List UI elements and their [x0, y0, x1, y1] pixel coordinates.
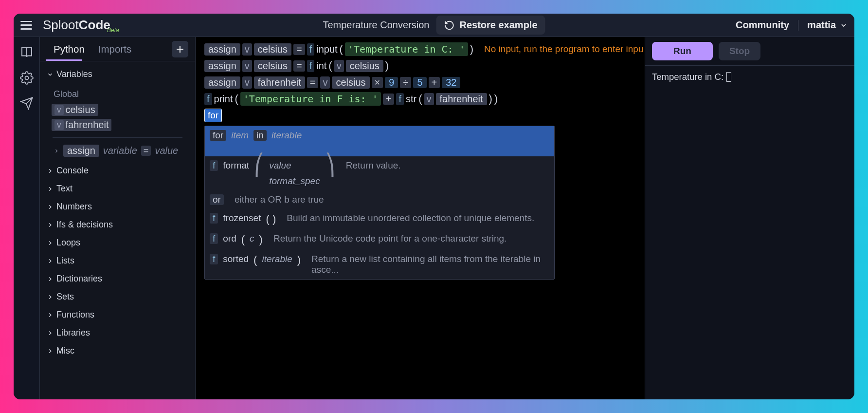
gear-icon[interactable] — [20, 71, 34, 85]
section-label: Numbers — [56, 202, 92, 212]
brand-beta: Beta — [107, 27, 119, 34]
restore-example-button[interactable]: Restore example — [436, 16, 545, 35]
sidebar-body: Variables Global vcelsius vfahrenheit as… — [40, 61, 195, 399]
header-divider — [798, 20, 798, 31]
section-libraries[interactable]: Libraries — [44, 324, 191, 342]
sidebar: Python Imports + Variables Global vcelsi… — [40, 37, 196, 399]
variable-chip[interactable]: vfahrenheit — [52, 119, 111, 131]
section-misc[interactable]: Misc — [44, 342, 191, 360]
add-button[interactable]: + — [172, 41, 188, 57]
chevron-right-icon — [47, 258, 54, 264]
chevron-right-icon — [47, 276, 54, 282]
divider — [53, 137, 182, 138]
input-hint: No input, run the program to enter inpu — [484, 44, 643, 55]
assign-var-placeholder: variable — [103, 145, 137, 156]
assign-eq: = — [141, 146, 151, 156]
header-center: Temperature Conversion Restore example — [323, 16, 545, 35]
section-label: Console — [56, 166, 89, 176]
assign-val-placeholder: value — [155, 145, 178, 156]
section-label: Lists — [56, 256, 74, 266]
variable-chip[interactable]: vcelsius — [52, 104, 98, 116]
restore-label: Restore example — [459, 19, 537, 31]
header-right: Community mattia — [736, 19, 848, 31]
section-sets[interactable]: Sets — [44, 288, 191, 306]
typing-input[interactable]: for — [204, 109, 222, 122]
variable-tag: v — [54, 105, 64, 115]
chevron-right-icon — [47, 348, 54, 355]
section-label: Loops — [56, 238, 80, 248]
section-label: Sets — [56, 292, 74, 302]
project-title: Temperature Conversion — [323, 19, 429, 31]
suggestion-ord[interactable]: f ord( c) Return the Unicode code point … — [205, 229, 554, 250]
section-label: Functions — [56, 310, 94, 320]
section-console[interactable]: Console — [44, 162, 191, 180]
section-variables[interactable]: Variables — [44, 65, 191, 83]
section-loops[interactable]: Loops — [44, 234, 191, 252]
section-label: Variables — [56, 69, 92, 79]
chevron-right-icon — [47, 294, 54, 300]
section-label: Libraries — [56, 328, 90, 338]
app-window: SplootCode Beta Temperature Conversion R… — [14, 14, 854, 399]
section-label: Text — [56, 184, 72, 194]
svg-point-0 — [25, 76, 28, 80]
restore-icon — [444, 20, 454, 31]
section-numbers[interactable]: Numbers — [44, 198, 191, 216]
book-open-icon[interactable] — [19, 45, 34, 59]
assign-template[interactable]: assign variable = value — [52, 143, 183, 159]
chevron-down-icon — [47, 71, 54, 78]
suggestion-sorted[interactable]: f sorted( iterable) Return a new list co… — [205, 250, 554, 279]
suggestion-for[interactable]: for item in iterable — [205, 126, 554, 156]
variable-tag: v — [54, 120, 64, 130]
send-icon[interactable] — [20, 96, 34, 110]
global-scope-label: Global — [52, 86, 183, 102]
chevron-right-icon — [47, 330, 54, 337]
community-link[interactable]: Community — [736, 19, 789, 31]
chevron-right-icon — [47, 240, 54, 246]
chevron-down-icon — [840, 21, 848, 29]
console-panel: Run Stop Temperature in C: — [645, 37, 854, 399]
brand-bold: Code — [79, 18, 110, 32]
sidebar-tabs: Python Imports + — [40, 37, 195, 61]
app-header: SplootCode Beta Temperature Conversion R… — [14, 14, 854, 37]
autocomplete-popup: for item in iterable f format ⎛ value fo… — [204, 126, 555, 280]
tab-python[interactable]: Python — [47, 37, 91, 61]
section-functions[interactable]: Functions — [44, 306, 191, 324]
suggestion-format[interactable]: f format ⎛ value format_spec ⎞ Return va… — [205, 156, 554, 190]
code-line[interactable]: assign vcelsius = fint( vcelsius ) — [204, 57, 640, 74]
code-line[interactable]: assign vcelsius = finput( 'Temperature i… — [204, 41, 640, 57]
console-controls: Run Stop — [645, 37, 854, 65]
section-lists[interactable]: Lists — [44, 252, 191, 270]
app-body: Python Imports + Variables Global vcelsi… — [14, 37, 854, 399]
section-label: Dictionaries — [56, 274, 102, 284]
chevron-right-icon — [47, 222, 54, 228]
assign-keyword: assign — [63, 145, 99, 157]
tab-imports[interactable]: Imports — [91, 37, 138, 61]
section-text[interactable]: Text — [44, 180, 191, 198]
user-name: mattia — [807, 19, 836, 31]
suggestion-frozenset[interactable]: f frozenset( ) Build an immutable unorde… — [205, 209, 554, 229]
tab-underline — [46, 59, 82, 61]
stop-button[interactable]: Stop — [719, 42, 760, 60]
brand-logo[interactable]: SplootCode Beta — [43, 18, 110, 33]
section-ifs-decisions[interactable]: Ifs & decisions — [44, 216, 191, 234]
chevron-right-icon — [47, 204, 54, 210]
variables-list: Global vcelsius vfahrenheit assign varia… — [44, 83, 191, 162]
suggestion-or[interactable]: or either a OR b are true — [205, 190, 554, 209]
user-menu[interactable]: mattia — [807, 19, 848, 31]
code-line-editing[interactable]: for — [204, 107, 640, 124]
run-button[interactable]: Run — [652, 42, 713, 60]
section-dictionaries[interactable]: Dictionaries — [44, 270, 191, 288]
code-editor[interactable]: assign vcelsius = finput( 'Temperature i… — [196, 37, 645, 399]
console-output[interactable]: Temperature in C: — [645, 65, 854, 88]
editor-content: assign vcelsius = finput( 'Temperature i… — [204, 41, 640, 280]
icon-rail — [14, 37, 40, 399]
code-line[interactable]: assign vfahrenheit = vcelsius × 9 ÷ 5 + … — [204, 74, 640, 91]
brand-pre: Sploot — [43, 18, 79, 32]
chevron-right-icon — [54, 148, 59, 154]
chevron-right-icon — [47, 312, 54, 319]
section-label: Misc — [56, 346, 74, 356]
console-cursor — [726, 72, 731, 82]
hamburger-icon[interactable] — [20, 21, 32, 30]
code-line[interactable]: fprint( 'Temperature in F is: ' + fstr( … — [204, 91, 640, 107]
chevron-right-icon — [47, 186, 54, 192]
